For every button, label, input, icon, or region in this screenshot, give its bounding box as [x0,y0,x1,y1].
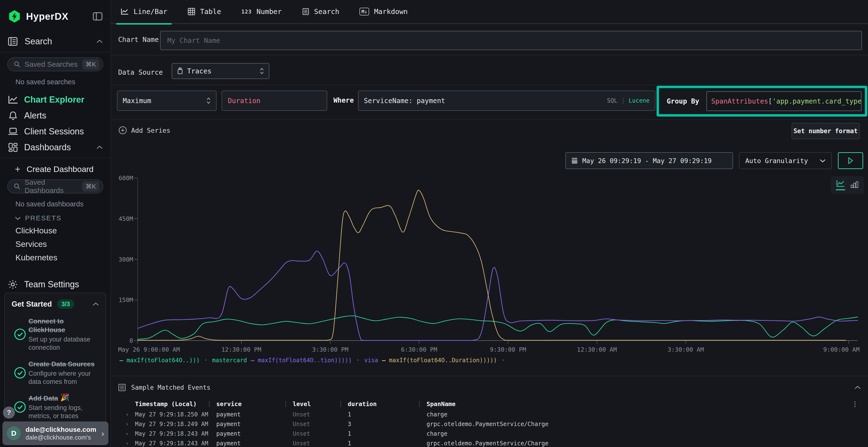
column-header-timestamp[interactable]: Timestamp (Local) [135,399,197,410]
svg-text:300M: 300M [119,256,133,263]
column-header-spanname[interactable]: SpanName [427,399,456,410]
get-started-item[interactable]: Connect to ClickHouse Set up your databa… [11,317,99,352]
saved-dashboards-input[interactable]: Saved Dashboards ⌘K [7,179,103,194]
field-input[interactable]: Duration [222,91,327,111]
table-row[interactable]: › May 27 9:29:18.243 AM payment Unset 1 … [111,429,868,439]
presets-toggle[interactable]: PRESETS [15,214,111,222]
column-resize-handle[interactable]: ⋮ [206,400,212,407]
legend-swatch: — [382,357,385,364]
search-icon [13,61,21,68]
where-input[interactable]: ServiceName: payment SQL | Lucene [358,91,655,111]
legend-label[interactable]: maxIf(toFloat64O..))) [127,357,199,364]
sidebar-item-chart-explorer[interactable]: Chart Explorer [0,92,111,108]
legend-label[interactable]: maxIf(toFloat64O..tion))))) [258,357,352,364]
tab-markdown[interactable]: M↓ Markdown [360,0,408,24]
expand-row-icon[interactable]: › [125,439,129,447]
date-range-input[interactable]: May 26 09:29:19 - May 27 09:29:19 [565,152,733,169]
events-panel-header[interactable]: Sample Matched Events [118,382,861,393]
run-query-button[interactable] [838,152,863,169]
table-row[interactable]: › May 27 9:29:18.249 AM payment Unset 3 … [111,419,868,429]
chart-name-input[interactable] [160,31,862,50]
chart-type-tabbar: Line/Bar Table 123 Number Search [111,0,868,24]
saved-dashboards-placeholder: Saved Dashboards [25,178,82,195]
table-menu-icon[interactable]: ⋮ [851,400,858,408]
logo-row: HyperDX [0,0,111,23]
line-chart-toggle[interactable] [836,180,845,190]
column-resize-handle[interactable]: ⋮ [283,400,289,407]
legend-label[interactable]: maxIf(toFloat64O..Duration))))) [389,357,497,364]
sidebar: HyperDX Search Saved Searches ⌘K No save… [0,0,111,447]
tab-table[interactable]: Table [188,0,221,24]
preset-clickhouse[interactable]: ClickHouse [16,226,111,236]
sidebar-item-team-settings[interactable]: Team Settings [8,279,111,289]
sql-mode-toggle[interactable]: SQL [607,97,617,104]
user-menu[interactable]: D dale@clickhouse.com dale@clickhouse.co… [2,421,108,445]
markdown-icon: M↓ [360,8,369,15]
plus-icon: + [15,164,20,174]
check-circle-icon [14,401,26,413]
collapse-sidebar-icon[interactable] [93,12,103,21]
get-started-item-desc: Configure where your data comes from [28,370,99,386]
preset-services[interactable]: Services [16,239,111,249]
divider [111,119,868,120]
data-source-row: Data Source Traces [111,61,868,85]
set-number-format-button[interactable]: Set number format [792,123,860,139]
get-started-title: Get Started [11,300,52,309]
bar-chart-toggle[interactable] [850,181,859,189]
data-source-select[interactable]: Traces [172,63,269,79]
chevron-up-icon[interactable] [93,302,99,306]
get-started-badge: 3/3 [57,299,74,309]
tab-search[interactable]: Search [302,0,340,24]
column-header-duration[interactable]: duration [348,399,377,410]
column-resize-handle[interactable]: ⋮ [416,400,423,407]
table-row[interactable]: › May 27 9:29:18.243 AM payment Unset 1 … [111,439,868,447]
group-by-input[interactable]: SpanAttributes['app.payment.card_type'] [707,91,862,111]
group-by-annotation-highlight: Group By SpanAttributes['app.payment.car… [656,86,867,116]
divider [111,376,868,376]
sidebar-item-alerts[interactable]: Alerts [0,108,111,124]
no-saved-dashboards-text: No saved dashboards [16,200,111,208]
sidebar-item-label: Client Sessions [24,127,103,137]
column-resize-handle[interactable]: ⋮ [338,400,344,407]
events-panel-title: Sample Matched Events [131,384,855,391]
saved-searches-input[interactable]: Saved Searches ⌘K [7,57,103,71]
expand-row-icon[interactable]: › [125,419,129,429]
create-dashboard-button[interactable]: + Create Dashboard [15,163,111,175]
tab-line-bar[interactable]: Line/Bar [121,0,167,24]
chevron-down-icon [15,216,21,220]
get-started-hidden-item-emoji: 🎉 [60,393,69,402]
column-header-service[interactable]: service [216,399,242,410]
sidebar-section-search[interactable]: Search [0,35,111,48]
expand-row-icon[interactable]: › [125,410,129,419]
add-series-row: Add Series Set number format [111,121,868,143]
get-started-item[interactable]: Create Data Sources Configure where your… [11,360,99,386]
timeseries-chart[interactable]: 0150M300M450M600MMay 26 9:00:00 AM12:30:… [118,175,861,358]
granularity-select[interactable]: Auto Granularity [739,152,832,169]
sidebar-item-client-sessions[interactable]: Client Sessions [0,124,111,139]
shortcut-badge: ⌘K [82,181,99,192]
lucene-mode-toggle[interactable]: Lucene [628,97,650,104]
aggregation-select[interactable]: Maximum [117,91,217,111]
granularity-value: Auto Granularity [745,157,808,165]
get-started-item-title: Create Data Sources [28,360,99,369]
get-started-item-title: Connect to ClickHouse [28,317,99,334]
add-series-button[interactable]: Add Series [119,126,170,134]
expand-row-icon[interactable]: › [125,429,129,439]
tab-number[interactable]: 123 Number [241,0,282,24]
column-header-level[interactable]: level [293,399,311,410]
table-icon [188,8,195,15]
bar-chart-icon [850,181,859,188]
sidebar-item-dashboards[interactable]: Dashboards [0,139,111,156]
preset-kubernetes[interactable]: Kubernetes [16,253,111,263]
table-row[interactable]: › May 27 9:29:18.250 AM payment Unset 1 … [111,410,868,419]
main-content: Line/Bar Table 123 Number Search [111,0,868,447]
field-value: Duration [228,97,260,105]
get-started-item[interactable]: Add Data Start sending logs, metrics, or… [11,394,99,420]
events-table: Timestamp (Local) ⋮ service ⋮ level ⋮ du… [111,399,868,447]
chevron-up-icon[interactable] [855,386,861,389]
help-button[interactable]: ? [3,407,15,419]
number-123-icon: 123 [241,9,252,15]
sidebar-item-label: Chart Explorer [24,95,103,105]
legend-group: mastercard [212,357,247,364]
where-value: ServiceName: payment [364,97,445,105]
